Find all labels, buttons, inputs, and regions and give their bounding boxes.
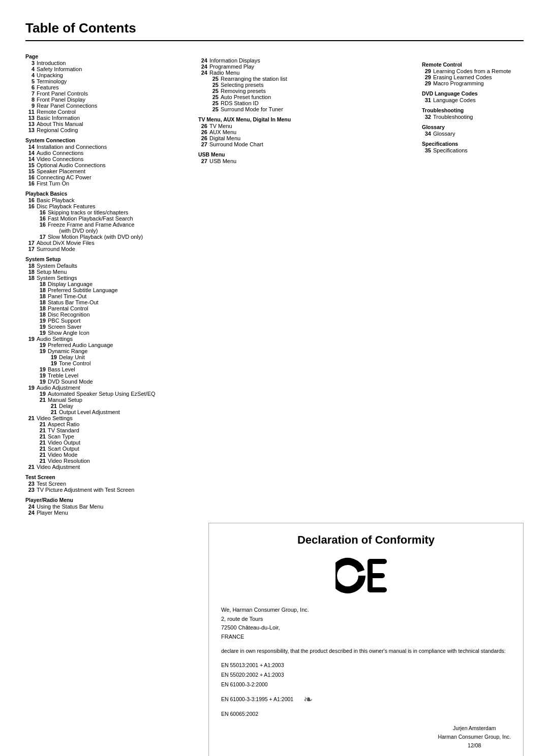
list-item: 16 Connecting AC Power (25, 174, 188, 180)
list-item: 9 Rear Panel Connections (25, 103, 188, 109)
toc-section-dvd-language: DVD Language Codes (422, 90, 524, 97)
list-item: 21 Delay (25, 403, 188, 409)
list-item: 24 Programmed Play (198, 64, 412, 70)
list-item: 21 Video Output (25, 439, 188, 446)
list-item: 32 Troubleshooting (422, 114, 524, 120)
toc-full-row: Page 3 Introduction 4 Safety Information… (25, 49, 524, 516)
toc-section-playback-basics: Playback Basics (25, 191, 188, 197)
list-item: 7 Front Panel Controls (25, 90, 188, 97)
list-item: 18 Display Language (25, 281, 188, 287)
list-item: 18 Panel Time-Out (25, 293, 188, 299)
list-item: 14 Audio Connections (25, 150, 188, 156)
list-item: 19 Tone Control (25, 360, 188, 366)
list-item: 21 Manual Setup (25, 397, 188, 403)
list-item: 16 Skipping tracks or titles/chapters (25, 209, 188, 215)
list-item: 19 Automated Speaker Setup Using EzSet/E… (25, 391, 188, 397)
list-item: 31 Language Codes (422, 97, 524, 103)
list-item: (with DVD only) (25, 228, 188, 234)
list-item: 19 Preferred Audio Language (25, 342, 188, 348)
list-item: 17 Slow Motion Playback (with DVD only) (25, 234, 188, 240)
list-item: 24 Player Menu (25, 510, 188, 516)
list-item: 18 System Defaults (25, 263, 188, 269)
toc-section-page: Page (25, 53, 188, 59)
list-item: 4 Unpacking (25, 72, 188, 78)
list-item: 19 Delay Unit (25, 354, 188, 360)
middle-section: Declaration of Conformity We, Harman Con… (25, 523, 524, 756)
list-item: 13 Regional Coding (25, 127, 188, 133)
list-item: 3 Introduction (25, 60, 188, 66)
list-item: 21 Video Mode (25, 452, 188, 458)
list-item: 14 Video Connections (25, 156, 188, 162)
list-item: 29 Erasing Learned Codes (422, 74, 524, 80)
toc-section-player-radio: Player/Radio Menu (25, 497, 188, 503)
list-item: 29 Learning Codes from a Remote (422, 68, 524, 74)
list-item: 17 Surround Mode (25, 246, 188, 252)
list-item: 18 Disc Recognition (25, 311, 188, 318)
toc-section-glossary: Glossary (422, 124, 524, 130)
signature-text: Jurjen Amsterdam Harman Consumer Group, … (438, 724, 511, 749)
list-item: 19 Dynamic Range (25, 348, 188, 354)
list-item: 16 Disc Playback Features (25, 203, 188, 209)
toc-section-system-setup: System Setup (25, 256, 188, 262)
toc-section-troubleshooting: Troubleshooting (422, 107, 524, 113)
list-item: 35 Specifications (422, 147, 524, 153)
list-item: 19 PBC Support (25, 318, 188, 324)
list-item: 25 Auto Preset function (198, 94, 412, 100)
list-item: 21 Video Resolution (25, 458, 188, 464)
page-wrapper: Table of Contents Page 3 Introduction 4 … (0, 0, 549, 756)
toc-section-remote-control: Remote Control (422, 61, 524, 68)
list-item: 21 Scart Output (25, 446, 188, 452)
list-item: 18 Status Bar Time-Out (25, 299, 188, 305)
list-item: 25 Rearranging the station list (198, 76, 412, 82)
top-divider (25, 40, 524, 41)
list-item: 24 Information Displays (198, 57, 412, 64)
list-item: 11 Remote Control (25, 109, 188, 115)
list-item: 15 Optional Audio Connections (25, 162, 188, 168)
toc-section-tv-menu: TV Menu, AUX Menu, Digital In Menu (198, 116, 412, 122)
list-item: 19 Audio Adjustment (25, 385, 188, 391)
list-item: 25 RDS Station ID (198, 100, 412, 106)
list-item: 8 Front Panel Display (25, 97, 188, 103)
list-item: 21 Video Settings (25, 415, 188, 421)
list-item: 17 About DivX Movie Files (25, 240, 188, 246)
list-item: 19 DVD Sound Mode (25, 379, 188, 385)
list-item: 23 Test Screen (25, 481, 188, 487)
list-item: 29 Macro Programming (422, 80, 524, 86)
list-item: 34 Glossary (422, 131, 524, 137)
list-item: 18 Parental Control (25, 305, 188, 311)
list-item: 25 Removing presets (198, 88, 412, 94)
toc-col-left: Page 3 Introduction 4 Safety Information… (25, 49, 198, 516)
toc-col-middle: 24 Information Displays 24 Programmed Pl… (198, 49, 422, 516)
page-title: Table of Contents (25, 20, 524, 36)
list-item: 21 TV Standard (25, 427, 188, 433)
toc-section-system-connection: System Connection (25, 137, 188, 143)
list-item: 26 Digital Menu (198, 135, 412, 141)
list-item: 16 Basic Playback (25, 197, 188, 203)
toc-section-test-screen: Test Screen (25, 474, 188, 480)
list-item: 23 TV Picture Adjustment with Test Scree… (25, 487, 188, 493)
toc-section-specifications: Specifications (422, 141, 524, 147)
list-item: 15 Speaker Placement (25, 168, 188, 174)
list-item: 18 Setup Menu (25, 269, 188, 275)
list-item: 14 Installation and Connections (25, 144, 188, 150)
list-item: 6 Features (25, 84, 188, 90)
list-item: 26 AUX Menu (198, 129, 412, 135)
list-item: 16 Freeze Frame and Frame Advance (25, 222, 188, 228)
list-item: 24 Radio Menu (198, 70, 412, 76)
list-item: 25 Selecting presets (198, 82, 412, 88)
list-item: 18 Preferred Subtitle Language (25, 287, 188, 293)
list-item: 19 Bass Level (25, 366, 188, 372)
toc-section-usb-menu: USB Menu (198, 151, 412, 158)
signature-area: Jurjen Amsterdam Harman Consumer Group, … (221, 724, 511, 749)
declaration-address: We, Harman Consumer Group, Inc. 2, route… (221, 606, 511, 641)
list-item: 27 USB Menu (198, 158, 412, 164)
list-item: 13 About This Manual (25, 121, 188, 127)
list-item: 19 Screen Saver (25, 324, 188, 330)
list-item: 21 Aspect Ratio (25, 421, 188, 427)
toc-col-right: Remote Control 29 Learning Codes from a … (422, 49, 524, 516)
list-item: 19 Audio Settings (25, 336, 188, 342)
list-item: 13 Basic Information (25, 115, 188, 121)
list-item: 19 Treble Level (25, 372, 188, 379)
standards-list: EN 55013:2001 + A1:2003 EN 55020:2002 + … (221, 660, 511, 719)
list-item: 27 Surround Mode Chart (198, 141, 412, 147)
